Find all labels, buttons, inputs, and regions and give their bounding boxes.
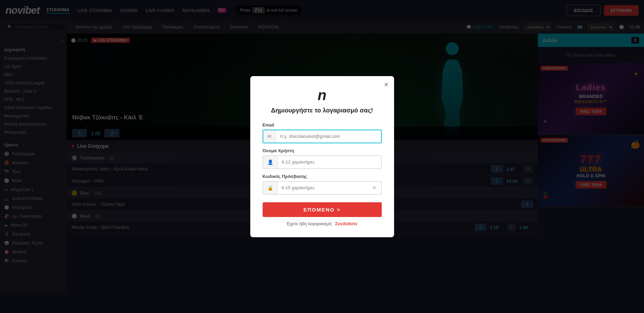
- username-form-group: Όνομα Χρήστη 👤: [263, 148, 382, 169]
- password-label: Κωδικός Πρόσβασης: [263, 174, 382, 179]
- username-field[interactable]: [278, 156, 381, 168]
- login-link[interactable]: Συνδεθείτε: [335, 221, 357, 226]
- username-label: Όνομα Χρήστη: [263, 148, 382, 153]
- modal-logo-icon: n: [318, 87, 327, 103]
- lock-icon: 🔒: [263, 182, 278, 194]
- email-form-group: Email ✉: [263, 122, 382, 143]
- modal-logo: n: [263, 87, 382, 104]
- modal-login-link: Έχετε ήδη λογαριασμό; Συνδεθείτε: [263, 221, 382, 226]
- modal-close-button[interactable]: ×: [384, 81, 389, 88]
- username-icon: 👤: [263, 156, 278, 168]
- modal-overlay[interactable]: × n Δημιουργήστε το λογαριασμό σας! Emai…: [0, 0, 644, 313]
- password-form-group: Κωδικός Πρόσβασης 🔒 👁: [263, 174, 382, 195]
- email-field[interactable]: [276, 130, 381, 142]
- next-step-button[interactable]: ΕΠΟΜΕΝΟ >: [263, 202, 382, 217]
- username-input-wrap: 👤: [263, 155, 382, 169]
- email-icon: ✉: [263, 130, 276, 143]
- password-input-wrap: 🔒 👁: [263, 181, 382, 195]
- login-prompt-text: Έχετε ήδη λογαριασμό;: [287, 221, 332, 226]
- eye-toggle-icon[interactable]: 👁: [368, 182, 381, 194]
- email-input-wrap: ✉: [263, 130, 382, 143]
- modal-title: Δημιουργήστε το λογαριασμό σας!: [263, 107, 382, 114]
- registration-modal: × n Δημιουργήστε το λογαριασμό σας! Emai…: [250, 76, 394, 237]
- email-label: Email: [263, 122, 382, 128]
- password-field[interactable]: [278, 182, 368, 194]
